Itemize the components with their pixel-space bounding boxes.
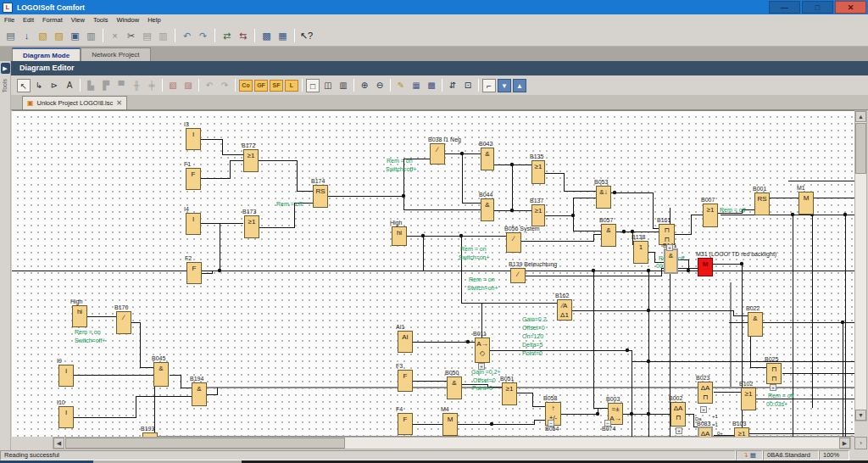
block-i3[interactable]: I3I <box>186 128 201 150</box>
open-new-icon[interactable]: ▧ <box>36 29 50 43</box>
block-i9[interactable]: I9I <box>58 365 74 387</box>
block-high[interactable]: Highhi <box>72 305 87 327</box>
block-f1[interactable]: F1F <box>186 168 201 190</box>
cut-icon[interactable]: ✂ <box>124 29 138 43</box>
block-b139[interactable]: B139 Beleuchtung∕ <box>510 268 526 283</box>
menu-edit[interactable]: Edit <box>19 16 38 24</box>
open-folder-icon[interactable]: ▨ <box>52 29 66 43</box>
horizontal-scroll-thumb[interactable] <box>65 438 345 449</box>
block-b141[interactable]: B141& <box>664 248 678 274</box>
tools-expand-icon[interactable]: ▶ <box>1 63 10 74</box>
print-icon[interactable]: ▥ <box>84 29 98 43</box>
block-f4[interactable]: F4F <box>398 413 413 435</box>
block-i4[interactable]: I4I <box>186 213 201 235</box>
close-button[interactable]: ✕ <box>835 1 866 14</box>
menu-file[interactable]: File <box>0 16 19 24</box>
block-m4[interactable]: M4M <box>442 413 458 436</box>
upload-device-icon[interactable]: ▲ <box>513 79 526 92</box>
connector-tool-icon[interactable]: ↳ <box>32 79 46 92</box>
vertical-scroll-thumb[interactable] <box>855 123 866 174</box>
text-tool-icon[interactable]: A <box>63 79 76 92</box>
menu-tools[interactable]: Tools <box>89 16 113 24</box>
tab-diagram-mode[interactable]: Diagram Mode <box>12 47 81 61</box>
tab-close-icon[interactable]: ✕ <box>116 99 122 107</box>
block-b045[interactable]: B045& <box>153 362 169 387</box>
align-top-icon[interactable]: ▀ <box>114 79 128 92</box>
basic-functions-gf-button[interactable]: GF <box>254 80 268 92</box>
block-b051[interactable]: B051≥1 <box>502 382 517 405</box>
scroll-left-icon[interactable]: ◀ <box>53 438 64 449</box>
block-b001[interactable]: B001RS <box>754 192 770 215</box>
block-b174[interactable]: B174RS <box>313 185 328 208</box>
context-help-icon[interactable]: ↖? <box>299 29 314 43</box>
block-m31[interactable]: M31 (LOGO! TD red backlight)M <box>698 258 713 276</box>
network-upload-icon[interactable]: ▩ <box>259 29 274 43</box>
block-b102[interactable]: B102≥1 <box>741 388 756 410</box>
list-l-button[interactable]: L <box>285 80 298 92</box>
block-b022[interactable]: B022& <box>748 312 763 337</box>
block-b050[interactable]: B050& <box>447 377 462 399</box>
menu-view[interactable]: View <box>67 16 89 24</box>
maximize-button[interactable]: □ <box>802 1 833 14</box>
ed-redo-icon[interactable]: ↷ <box>218 79 231 92</box>
zoom-out-icon[interactable]: ⊖ <box>373 79 387 92</box>
bring-front-icon[interactable]: ▧ <box>166 79 180 92</box>
save-icon[interactable]: ▣ <box>68 29 82 43</box>
block-b053[interactable]: B053&↓ <box>596 186 611 209</box>
network-download-icon[interactable]: ▦ <box>275 29 290 43</box>
split-connection-icon[interactable]: ⊳ <box>47 79 61 92</box>
menu-window[interactable]: Window <box>112 16 143 24</box>
split-window-3-icon[interactable]: ▥ <box>337 79 350 92</box>
block-b137[interactable]: B137≥1 <box>531 204 545 226</box>
panel-expand-icon[interactable]: › <box>854 437 867 449</box>
pc-to-logo-icon[interactable]: ⇄ <box>220 29 234 43</box>
convert-icon[interactable]: ▩ <box>425 79 438 92</box>
copy-icon[interactable]: ▤ <box>140 29 154 43</box>
block-b038[interactable]: B038 I1 Neg∕ <box>430 143 445 165</box>
delete-icon[interactable]: × <box>108 29 122 43</box>
new-file-icon[interactable]: ▤ <box>3 29 18 43</box>
scroll-down-icon[interactable]: ▼ <box>855 410 866 421</box>
scroll-up-icon[interactable]: ▲ <box>855 111 866 122</box>
block-f3[interactable]: F3F <box>398 370 413 392</box>
block-b135[interactable]: B135≥1 <box>531 160 545 184</box>
import-icon[interactable]: ↓ <box>19 29 34 43</box>
block-b172[interactable]: B172≥1 <box>243 149 259 172</box>
minimize-button[interactable]: — <box>769 1 800 14</box>
block-m1[interactable]: M1M <box>798 192 814 215</box>
paste-icon[interactable]: ▥ <box>156 29 170 43</box>
distribute-v-icon[interactable]: ╪ <box>145 79 159 92</box>
constants-co-button[interactable]: Co <box>239 80 253 92</box>
tab-network-project[interactable]: Network Project <box>81 47 150 61</box>
document-tab[interactable]: ▣ Unlock Project LOGO!8.lsc ✕ <box>22 96 127 109</box>
align-right-icon[interactable]: ▛ <box>99 79 113 92</box>
download-device-icon[interactable]: ▼ <box>498 79 511 92</box>
device-select-icon[interactable]: ⊡ <box>461 79 475 92</box>
logo-to-pc-icon[interactable]: ⇆ <box>236 29 250 43</box>
split-window-1-icon[interactable]: □ <box>306 79 320 92</box>
block-b170[interactable]: B170∕ <box>116 311 131 334</box>
block-b056[interactable]: B056 System∕ <box>506 232 521 253</box>
distribute-h-icon[interactable]: ╫ <box>130 79 143 92</box>
block-b083[interactable]: B083ΔA⊓ <box>698 427 713 437</box>
zoom-in-icon[interactable]: ⊕ <box>358 79 371 92</box>
diagram-canvas[interactable]: I3IF1FB172≥1I4IB173≥1B174RSF2FB038 I1 Ne… <box>12 110 854 437</box>
redo-icon[interactable]: ↷ <box>196 29 210 43</box>
ed-undo-icon[interactable]: ↶ <box>203 79 216 92</box>
block-b193[interactable]: B193& <box>142 432 158 437</box>
block-b162[interactable]: B162∕AΔ1 <box>557 299 572 321</box>
block-b044[interactable]: B044& <box>481 198 494 221</box>
block-b025[interactable]: B025⊓⊓ <box>766 363 782 384</box>
block-b023[interactable]: B023ΔA⊓ <box>698 382 713 404</box>
block-b138[interactable]: B1381 <box>633 241 648 264</box>
send-back-icon[interactable]: ▨ <box>181 79 195 92</box>
menu-help[interactable]: Help <box>143 16 164 24</box>
block-f2[interactable]: F2F <box>186 262 202 284</box>
block-i10[interactable]: I10I <box>58 406 74 428</box>
block-b173[interactable]: B173≥1 <box>244 215 259 238</box>
block-b011[interactable]: B011A→◇ <box>475 337 490 363</box>
block-b103[interactable]: B103≥1 <box>734 427 749 437</box>
special-functions-sf-button[interactable]: SF <box>270 80 283 92</box>
reconnect-icon[interactable]: ⌐ <box>482 79 496 92</box>
block-b002[interactable]: B002ΔA⊓ <box>670 402 686 427</box>
